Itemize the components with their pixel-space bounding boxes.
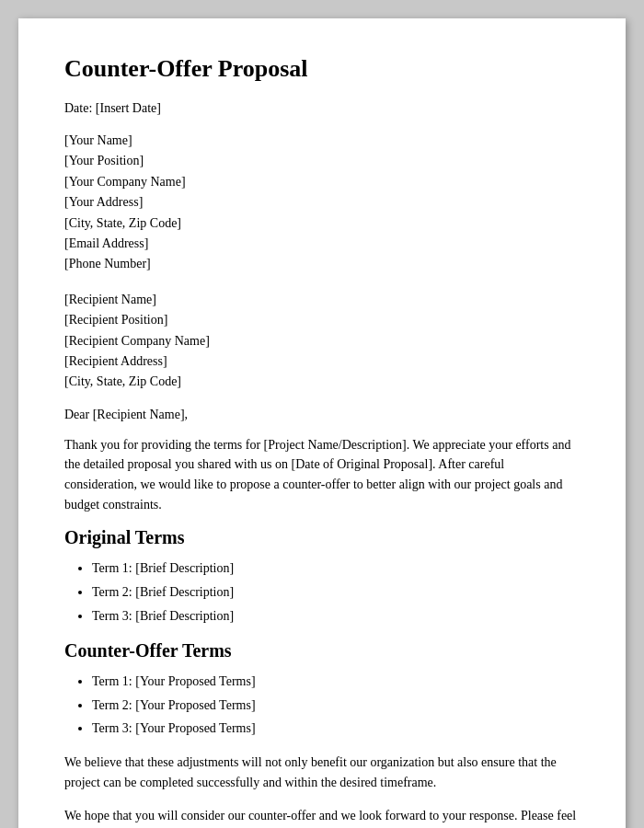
sender-line-5: [City, State, Zip Code] xyxy=(64,213,580,234)
recipient-block: [Recipient Name] [Recipient Position] [R… xyxy=(64,290,580,393)
list-item: Term 2: [Brief Description] xyxy=(92,581,580,604)
list-item: Term 2: [Your Proposed Terms] xyxy=(92,695,580,717)
sender-line-3: [Your Company Name] xyxy=(64,172,580,192)
recipient-line-1: [Recipient Name] xyxy=(64,290,580,310)
original-terms-list: Term 1: [Brief Description] Term 2: [Bri… xyxy=(92,558,580,627)
date-line: Date: [Insert Date] xyxy=(64,101,580,116)
sender-line-1: [Your Name] xyxy=(64,131,580,151)
document-page: Counter-Offer Proposal Date: [Insert Dat… xyxy=(18,18,626,828)
sender-line-2: [Your Position] xyxy=(64,151,580,171)
recipient-line-5: [City, State, Zip Code] xyxy=(64,372,580,392)
list-item: Term 3: [Brief Description] xyxy=(92,605,580,627)
sender-line-4: [Your Address] xyxy=(64,192,580,213)
recipient-line-4: [Recipient Address] xyxy=(64,351,580,372)
list-item: Term 3: [Your Proposed Terms] xyxy=(92,718,580,740)
document-title: Counter-Offer Proposal xyxy=(64,55,580,83)
list-item: Term 1: [Your Proposed Terms] xyxy=(92,671,580,693)
body-paragraph-3: We hope that you will consider our count… xyxy=(64,806,580,828)
body-paragraph-2: We believe that these adjustments will n… xyxy=(64,753,580,792)
sender-block: [Your Name] [Your Position] [Your Compan… xyxy=(64,131,580,275)
recipient-line-3: [Recipient Company Name] xyxy=(64,331,580,351)
intro-paragraph: Thank you for providing the terms for [P… xyxy=(64,435,580,515)
counter-terms-list: Term 1: [Your Proposed Terms] Term 2: [Y… xyxy=(92,671,580,740)
sender-line-7: [Phone Number] xyxy=(64,254,580,274)
salutation: Dear [Recipient Name], xyxy=(64,408,580,422)
original-terms-heading: Original Terms xyxy=(64,527,580,548)
recipient-line-2: [Recipient Position] xyxy=(64,310,580,330)
counter-offer-heading: Counter-Offer Terms xyxy=(64,640,580,661)
list-item: Term 1: [Brief Description] xyxy=(92,558,580,580)
sender-line-6: [Email Address] xyxy=(64,234,580,254)
